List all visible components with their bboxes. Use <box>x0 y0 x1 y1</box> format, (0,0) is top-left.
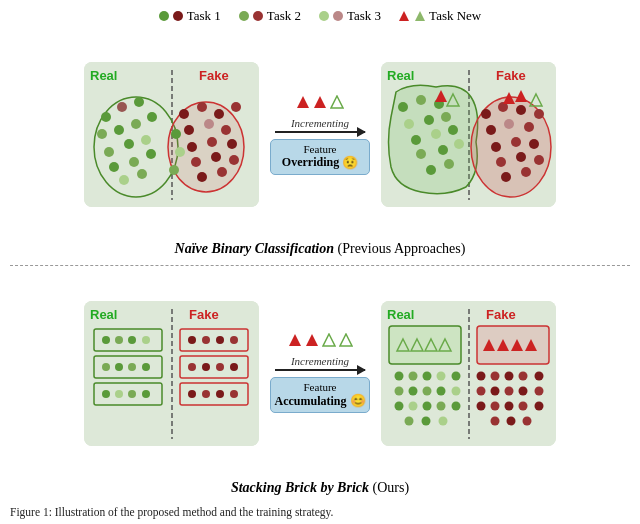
bottom-diagram-row: Real Fake <box>10 268 630 477</box>
svg-point-18 <box>146 149 156 159</box>
svg-marker-39 <box>297 96 309 108</box>
svg-point-152 <box>491 371 500 380</box>
svg-point-89 <box>115 336 123 344</box>
triangle-red-icon <box>399 11 409 21</box>
svg-point-69 <box>524 122 534 132</box>
svg-point-104 <box>202 336 210 344</box>
svg-point-130 <box>423 371 432 380</box>
svg-point-28 <box>187 142 197 152</box>
svg-text:Real: Real <box>387 68 414 83</box>
svg-point-30 <box>227 139 237 149</box>
bottom-feature-box: Feature Accumulating 😊 <box>270 377 370 413</box>
triangle-green-icon <box>415 11 425 21</box>
svg-point-29 <box>207 137 217 147</box>
bottom-feature-emoji: 😊 <box>350 393 366 409</box>
legend-task3-label: Task 3 <box>347 8 381 24</box>
svg-point-51 <box>424 115 434 125</box>
svg-point-93 <box>115 363 123 371</box>
svg-text:Real: Real <box>90 307 117 322</box>
svg-point-32 <box>211 152 221 162</box>
bottom-feature-action: Accumulating <box>275 394 347 409</box>
top-right-svg: Real Fake <box>381 62 556 207</box>
svg-point-143 <box>405 416 414 425</box>
top-feature-action: Overriding <box>282 155 339 170</box>
top-feature-label: Feature <box>279 143 361 155</box>
svg-point-133 <box>395 386 404 395</box>
triangle3-outline-icon <box>330 95 344 109</box>
svg-point-142 <box>452 401 461 410</box>
svg-point-72 <box>529 139 539 149</box>
svg-point-6 <box>101 112 111 122</box>
dot-task1-green <box>159 11 169 21</box>
legend-tasknew: Task New <box>399 8 481 24</box>
svg-point-33 <box>229 155 239 165</box>
svg-point-128 <box>395 371 404 380</box>
triangle2-icon <box>313 95 327 109</box>
svg-point-63 <box>481 109 491 119</box>
svg-point-164 <box>519 401 528 410</box>
btri2-icon <box>305 333 319 347</box>
btri4-icon <box>339 333 353 347</box>
svg-point-55 <box>448 125 458 135</box>
svg-point-105 <box>216 336 224 344</box>
svg-marker-117 <box>323 334 335 346</box>
svg-text:Fake: Fake <box>496 68 526 83</box>
bottom-feature-label: Feature <box>279 381 361 393</box>
svg-point-58 <box>454 139 464 149</box>
svg-point-99 <box>142 390 150 398</box>
svg-point-20 <box>137 169 147 179</box>
svg-point-36 <box>171 129 181 139</box>
svg-point-13 <box>104 147 114 157</box>
svg-point-97 <box>115 390 123 398</box>
svg-point-76 <box>501 172 511 182</box>
svg-point-144 <box>422 416 431 425</box>
svg-point-129 <box>409 371 418 380</box>
svg-point-59 <box>426 165 436 175</box>
svg-marker-116 <box>306 334 318 346</box>
dot-task3-red <box>333 11 343 21</box>
svg-point-98 <box>128 390 136 398</box>
top-arrow-line <box>275 131 365 133</box>
svg-point-31 <box>191 157 201 167</box>
bottom-title-main: Stacking Brick by Brick <box>231 480 369 495</box>
svg-point-145 <box>439 416 448 425</box>
legend-task2: Task 2 <box>239 8 301 24</box>
svg-point-91 <box>142 336 150 344</box>
svg-point-22 <box>197 102 207 112</box>
bottom-right-panel: Real Fake <box>381 301 556 446</box>
svg-text:Fake: Fake <box>486 307 516 322</box>
svg-point-65 <box>516 105 526 115</box>
bottom-arrow-line <box>275 369 365 371</box>
svg-point-168 <box>523 416 532 425</box>
svg-point-16 <box>109 162 119 172</box>
svg-point-109 <box>216 363 224 371</box>
svg-point-139 <box>409 401 418 410</box>
svg-point-75 <box>534 155 544 165</box>
svg-point-162 <box>491 401 500 410</box>
section-divider <box>10 265 630 266</box>
svg-point-161 <box>477 401 486 410</box>
svg-point-54 <box>431 129 441 139</box>
svg-point-14 <box>124 139 134 149</box>
svg-point-47 <box>398 102 408 112</box>
dot-task2-green <box>239 11 249 21</box>
svg-point-7 <box>117 102 127 112</box>
svg-point-9 <box>97 129 107 139</box>
dot-task2-red <box>253 11 263 21</box>
svg-point-71 <box>511 137 521 147</box>
svg-point-8 <box>134 97 144 107</box>
svg-point-53 <box>411 135 421 145</box>
svg-point-155 <box>535 371 544 380</box>
svg-point-23 <box>214 109 224 119</box>
svg-point-11 <box>131 119 141 129</box>
svg-point-140 <box>423 401 432 410</box>
bottom-row-title: Stacking Brick by Brick (Ours) <box>10 480 630 496</box>
dot-task3-green <box>319 11 329 21</box>
svg-point-107 <box>188 363 196 371</box>
top-middle-section: Incrementing Feature Overriding 😟 <box>265 95 375 175</box>
svg-point-157 <box>491 386 500 395</box>
svg-point-163 <box>505 401 514 410</box>
legend-task2-label: Task 2 <box>267 8 301 24</box>
svg-marker-41 <box>331 96 343 108</box>
svg-point-151 <box>477 371 486 380</box>
